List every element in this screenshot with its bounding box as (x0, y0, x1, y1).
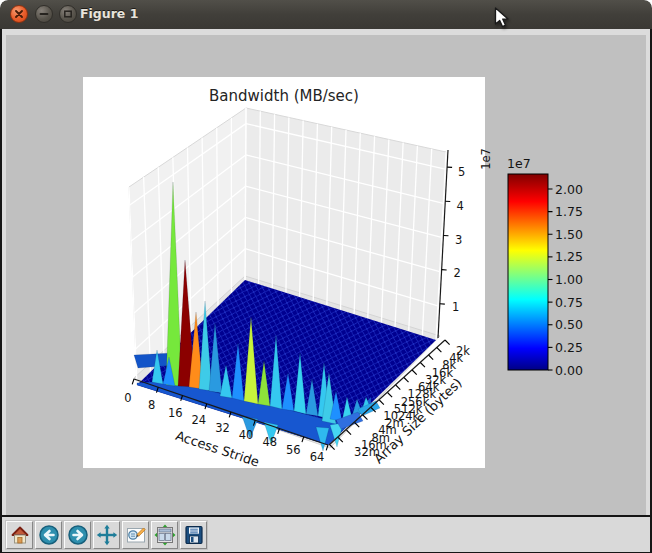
zoom-to-rectangle-icon (125, 524, 147, 546)
z-tick-label: 4 (457, 199, 464, 213)
pan-icon (96, 524, 118, 546)
toolbar (2, 515, 650, 552)
figure-canvas[interactable]: 0816243240485664 32m16m8m4m2m1024k512k25… (6, 35, 646, 515)
z-tick-label: 1 (452, 300, 459, 314)
configure-subplots-icon (154, 524, 176, 546)
x-tick-label: 0 (124, 391, 131, 405)
maximize-button[interactable] (59, 5, 77, 23)
x-tick-label: 24 (192, 413, 207, 427)
colorbar-tick-label: 0.25 (555, 340, 583, 355)
figure-window: Figure 1 (0, 0, 652, 553)
window-title: Figure 1 (80, 0, 138, 29)
maximize-icon (63, 9, 73, 19)
x-tick-label: 8 (148, 398, 155, 412)
back-icon (38, 524, 60, 546)
forward-icon (67, 524, 89, 546)
close-button[interactable] (10, 5, 28, 23)
close-icon (14, 9, 24, 19)
save-icon (183, 524, 205, 546)
z-offset-label: 1e7 (479, 148, 493, 170)
home-button[interactable] (6, 521, 33, 549)
z-tick-label: 2 (454, 266, 461, 280)
x-tick-label: 32 (215, 421, 230, 435)
colorbar-tick-label: 1.50 (555, 227, 583, 242)
colorbar-tick-label: 1.75 (555, 204, 583, 219)
minimize-button[interactable] (35, 5, 53, 23)
x-tick-label: 56 (286, 443, 301, 457)
plot-svg: 0816243240485664 32m16m8m4m2m1024k512k25… (6, 35, 646, 515)
colorbar-tick-label: 2.00 (555, 182, 583, 197)
mouse-cursor (494, 7, 511, 33)
colorbar-tick-label: 0.00 (555, 363, 583, 378)
colorbar-tick-label: 1.25 (555, 249, 583, 264)
x-tick-label: 40 (239, 428, 254, 442)
z-tick-label: 3 (455, 233, 462, 247)
forward-button[interactable] (64, 521, 91, 549)
x-tick-label: 48 (262, 435, 277, 449)
back-button[interactable] (35, 521, 62, 549)
minimize-icon (39, 9, 49, 19)
colorbar-offset-label: 1e7 (507, 156, 531, 171)
home-icon (9, 524, 31, 546)
z-tick-label: 5 (458, 165, 465, 179)
y-tick-label: 2k (456, 344, 470, 358)
x-tick-label: 16 (168, 406, 183, 420)
pan-button[interactable] (93, 521, 120, 549)
colorbar-gradient (508, 174, 548, 370)
colorbar-tick-label: 1.00 (555, 272, 583, 287)
window-body: 0816243240485664 32m16m8m4m2m1024k512k25… (0, 29, 652, 553)
chart-title: Bandwidth (MB/sec) (209, 87, 359, 105)
zoom-to-rectangle-button[interactable] (122, 521, 149, 549)
cursor-arrow-icon (494, 7, 511, 29)
x-tick-label: 64 (310, 450, 325, 464)
colorbar-tick-label: 0.75 (555, 295, 583, 310)
colorbar-tick-label: 0.50 (555, 317, 583, 332)
save-button[interactable] (180, 521, 207, 549)
configure-subplots-button[interactable] (151, 521, 178, 549)
titlebar[interactable]: Figure 1 (0, 0, 652, 30)
